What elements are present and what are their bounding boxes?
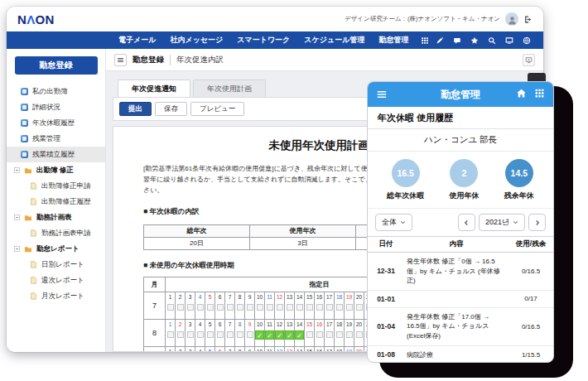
day-checkbox[interactable] bbox=[237, 304, 243, 311]
calendar-day-cell[interactable]: 5 bbox=[205, 292, 215, 319]
calendar-day-cell[interactable]: 6 bbox=[215, 346, 225, 352]
calendar-day-cell[interactable]: 2 bbox=[176, 319, 186, 346]
sidebar-item[interactable]: 勤務計画表申請 bbox=[7, 225, 105, 241]
year-dropdown[interactable]: 2021년 bbox=[479, 214, 525, 231]
day-checkbox[interactable] bbox=[267, 304, 273, 311]
calendar-day-cell[interactable]: 3 bbox=[186, 319, 195, 346]
day-checkbox[interactable] bbox=[187, 304, 194, 311]
day-checkbox[interactable] bbox=[306, 304, 313, 311]
logout-icon[interactable] bbox=[523, 15, 533, 24]
calendar-day-cell[interactable]: 5 bbox=[205, 319, 215, 346]
calendar-day-cell[interactable]: 18 bbox=[335, 346, 345, 352]
calendar-day-cell[interactable]: 6 bbox=[215, 292, 225, 319]
sidebar-item[interactable]: 勤務計画表 bbox=[7, 210, 105, 225]
calendar-day-cell[interactable]: 7 bbox=[225, 346, 235, 352]
calendar-day-cell[interactable]: 8 bbox=[235, 292, 245, 319]
day-checkbox[interactable] bbox=[177, 331, 184, 338]
calendar-day-cell[interactable]: 8 bbox=[235, 319, 245, 346]
sidebar-item[interactable]: 残業管理 bbox=[7, 131, 105, 147]
sidebar-item[interactable]: 年次休暇履歴 bbox=[7, 115, 105, 131]
calendar-day-cell[interactable]: 4 bbox=[195, 319, 205, 346]
sidebar-item[interactable]: 出勤簿修正履歴 bbox=[7, 194, 105, 210]
calendar-day-cell[interactable]: 20 bbox=[354, 319, 364, 346]
day-checkbox[interactable] bbox=[247, 304, 253, 311]
calendar-day-cell[interactable]: 5 bbox=[205, 346, 215, 352]
tree-collapse-icon[interactable] bbox=[14, 215, 20, 220]
calendar-day-cell[interactable]: 10✓ bbox=[255, 319, 265, 346]
calendar-day-cell[interactable]: 2 bbox=[176, 346, 186, 352]
day-checkbox[interactable] bbox=[237, 331, 243, 338]
tree-collapse-icon[interactable] bbox=[14, 246, 20, 252]
nav-item-1[interactable]: 電子メール bbox=[118, 35, 156, 46]
day-checkbox[interactable] bbox=[336, 331, 343, 338]
day-checkbox[interactable] bbox=[316, 304, 323, 311]
calendar-day-cell[interactable]: 13✓ bbox=[285, 319, 295, 346]
star-icon[interactable] bbox=[470, 36, 479, 45]
calendar-day-cell[interactable]: 7 bbox=[225, 292, 235, 319]
calendar-day-cell[interactable]: 19 bbox=[345, 346, 354, 352]
preview-button[interactable]: プレビュー bbox=[190, 102, 244, 116]
submit-button[interactable]: 提出 bbox=[119, 102, 152, 116]
prev-year-button[interactable] bbox=[458, 214, 475, 231]
calendar-day-cell[interactable]: 12✓ bbox=[275, 319, 285, 346]
calendar-day-cell[interactable]: 13 bbox=[285, 346, 295, 352]
globe-icon[interactable] bbox=[523, 36, 531, 45]
day-checkbox[interactable] bbox=[306, 331, 313, 338]
calendar-day-cell[interactable]: 16 bbox=[315, 292, 325, 319]
day-checked-checkbox[interactable]: ✓ bbox=[275, 330, 284, 340]
day-checkbox[interactable] bbox=[167, 331, 174, 338]
calendar-day-cell[interactable]: 16 bbox=[315, 346, 325, 352]
calendar-day-cell[interactable]: 16 bbox=[315, 319, 325, 346]
mobile-menu-burger-icon[interactable] bbox=[376, 89, 388, 100]
day-checkbox[interactable] bbox=[167, 304, 174, 311]
day-checkbox[interactable] bbox=[177, 304, 184, 311]
calendar-day-cell[interactable]: 19 bbox=[345, 292, 354, 319]
day-checkbox[interactable] bbox=[296, 304, 303, 311]
day-checkbox[interactable] bbox=[217, 331, 224, 338]
nav-item-2[interactable]: 社内メッセージ bbox=[170, 35, 223, 46]
chat-icon[interactable] bbox=[453, 36, 461, 45]
calendar-day-cell[interactable]: 10 bbox=[255, 346, 265, 352]
day-checkbox[interactable] bbox=[257, 304, 263, 311]
nav-item-4[interactable]: スケジュール管理 bbox=[304, 35, 364, 46]
save-button[interactable]: 保存 bbox=[155, 102, 187, 116]
calendar-day-cell[interactable]: 20 bbox=[354, 346, 364, 352]
calendar-day-cell[interactable]: 14 bbox=[295, 346, 305, 352]
calendar-day-cell[interactable]: 3 bbox=[186, 292, 195, 319]
calendar-day-cell[interactable]: 11 bbox=[265, 292, 275, 319]
screen-icon[interactable] bbox=[523, 54, 535, 66]
sidebar-item[interactable]: 週次レポート bbox=[7, 272, 105, 288]
day-checkbox[interactable] bbox=[316, 331, 323, 338]
calendar-day-cell[interactable]: 17 bbox=[325, 346, 335, 352]
calendar-day-cell[interactable]: 3 bbox=[186, 346, 195, 352]
calendar-day-cell[interactable]: 8 bbox=[235, 346, 245, 352]
day-checked-checkbox[interactable]: ✓ bbox=[285, 330, 294, 340]
calendar-day-cell[interactable]: 15 bbox=[305, 346, 315, 352]
calendar-day-cell[interactable]: 12 bbox=[275, 292, 285, 319]
calendar-day-cell[interactable]: 6 bbox=[215, 319, 225, 346]
calendar-day-cell[interactable]: 14✓ bbox=[295, 319, 305, 346]
day-checkbox[interactable] bbox=[207, 304, 214, 311]
day-checkbox[interactable] bbox=[197, 331, 204, 338]
day-checkbox[interactable] bbox=[346, 331, 353, 338]
calendar-day-cell[interactable]: 11 bbox=[265, 346, 275, 352]
calendar-day-cell[interactable]: 15 bbox=[305, 292, 315, 319]
day-checked-checkbox[interactable]: ✓ bbox=[295, 330, 304, 340]
calendar-day-cell[interactable]: 9 bbox=[245, 319, 255, 346]
apps-grid-icon[interactable] bbox=[421, 36, 429, 45]
day-checkbox[interactable] bbox=[277, 304, 283, 311]
sidebar-item[interactable]: 日別レポート bbox=[7, 257, 105, 272]
calendar-day-cell[interactable]: 19 bbox=[345, 319, 354, 346]
attendance-register-button[interactable]: 勤怠登録 bbox=[15, 56, 98, 75]
calendar-day-cell[interactable]: 13 bbox=[285, 292, 295, 319]
calendar-day-cell[interactable]: 4 bbox=[195, 346, 205, 352]
sidebar-item[interactable]: 出勤簿修正申請 bbox=[7, 178, 105, 194]
sidebar-item[interactable]: 私の出勤簿 bbox=[7, 84, 105, 99]
calendar-day-cell[interactable]: 4 bbox=[195, 292, 205, 319]
calendar-day-cell[interactable]: 15 bbox=[305, 319, 315, 346]
calendar-day-cell[interactable]: 2 bbox=[176, 292, 186, 319]
tab-annual-use-plan[interactable]: 年次使用計画 bbox=[193, 80, 266, 97]
calendar-day-cell[interactable]: 7 bbox=[225, 319, 235, 346]
pencil-icon[interactable] bbox=[436, 36, 444, 45]
next-year-button[interactable] bbox=[528, 214, 546, 231]
